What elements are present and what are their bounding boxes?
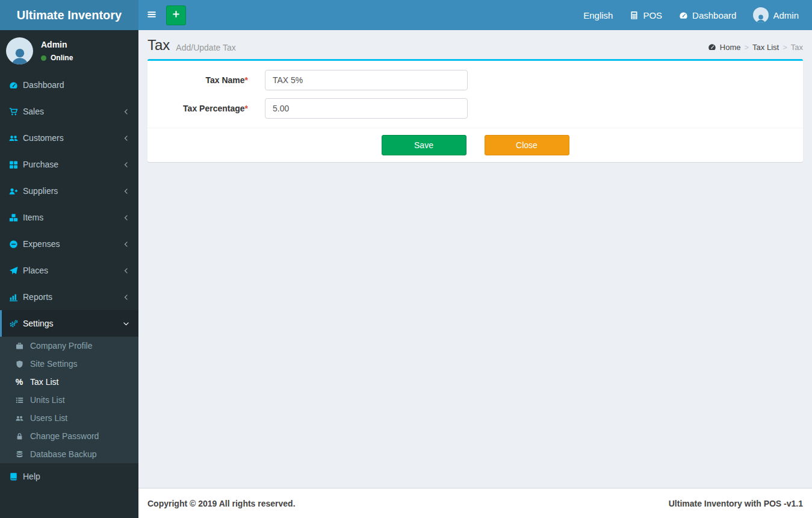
app-root: Ultimate Inventory EnglishPOSDashboardAd… bbox=[0, 0, 812, 518]
sidebar-item-settings[interactable]: Settings bbox=[0, 310, 138, 337]
users-icon bbox=[9, 134, 23, 143]
minus-circle-icon bbox=[9, 240, 23, 249]
chevron-left-icon bbox=[123, 267, 129, 274]
sidebar-item-reports[interactable]: Reports bbox=[0, 284, 138, 310]
chevron-left-icon bbox=[123, 241, 129, 248]
navbar-item-dashboard[interactable]: Dashboard bbox=[671, 0, 745, 30]
copyright-text: Copyright © 2019 All rights reserved. bbox=[147, 499, 296, 508]
bar-chart-icon bbox=[9, 293, 23, 302]
submenu-item-label: Site Settings bbox=[30, 359, 78, 369]
sidebar-item-help[interactable]: Help bbox=[0, 463, 138, 490]
sidebar-submenu-settings: Company ProfileSite Settings%Tax ListUni… bbox=[0, 337, 138, 463]
submenu-item-label: Units List bbox=[30, 395, 65, 405]
breadcrumb-home[interactable]: Home bbox=[720, 43, 741, 52]
tachometer-icon bbox=[9, 81, 23, 90]
submenu-item-company-profile[interactable]: Company Profile bbox=[0, 337, 138, 355]
book-icon bbox=[9, 472, 23, 481]
submenu-item-label: Database Backup bbox=[30, 449, 97, 459]
navbar-item-pos[interactable]: POS bbox=[621, 0, 671, 30]
add-button[interactable] bbox=[166, 5, 186, 25]
breadcrumb: Home>Tax List>Tax bbox=[708, 43, 803, 52]
page-title: Tax bbox=[147, 37, 170, 54]
navbar-item-label: Dashboard bbox=[692, 10, 736, 20]
chevron-left-icon bbox=[123, 294, 129, 301]
app-logo[interactable]: Ultimate Inventory bbox=[0, 0, 138, 30]
content-header: Tax Add/Update Tax Home>Tax List>Tax bbox=[138, 30, 812, 59]
shield-icon bbox=[14, 360, 25, 368]
save-button[interactable]: Save bbox=[382, 135, 466, 155]
sidebar-item-expenses[interactable]: Expenses bbox=[0, 231, 138, 257]
close-button[interactable]: Close bbox=[485, 135, 569, 155]
page-subtitle: Add/Update Tax bbox=[176, 43, 235, 52]
sidebar: Admin Online DashboardSalesCustomersPurc… bbox=[0, 30, 138, 518]
sidebar-item-label: Expenses bbox=[23, 239, 60, 249]
submenu-item-label: Users List bbox=[30, 413, 67, 423]
user-avatar-icon bbox=[6, 37, 33, 64]
plus-icon bbox=[172, 10, 181, 20]
lock-icon bbox=[14, 432, 25, 440]
tachometer-icon bbox=[708, 43, 716, 51]
submenu-item-tax-list[interactable]: %Tax List bbox=[0, 373, 138, 391]
sidebar-item-label: Places bbox=[23, 266, 48, 275]
sidebar-item-label: Sales bbox=[23, 107, 44, 116]
briefcase-icon bbox=[14, 342, 25, 350]
user-status[interactable]: Online bbox=[41, 54, 73, 62]
content-area: Tax Add/Update Tax Home>Tax List>Tax Tax… bbox=[138, 30, 812, 518]
submenu-item-label: Company Profile bbox=[30, 341, 93, 351]
navbar-item-admin[interactable]: Admin bbox=[745, 0, 807, 30]
chevron-left-icon bbox=[123, 188, 129, 195]
tax-percentage-input[interactable] bbox=[265, 98, 468, 119]
tax-percentage-row: Tax Percentage* bbox=[153, 98, 797, 119]
submenu-item-change-password[interactable]: Change Password bbox=[0, 427, 138, 445]
navbar-item-english[interactable]: English bbox=[575, 0, 621, 30]
sidebar-item-label: Suppliers bbox=[23, 186, 58, 196]
submenu-item-label: Change Password bbox=[30, 431, 99, 441]
submenu-item-units-list[interactable]: Units List bbox=[0, 391, 138, 409]
sidebar-toggle-button[interactable] bbox=[138, 0, 165, 30]
cubes-icon bbox=[9, 213, 23, 222]
tax-name-input[interactable] bbox=[265, 70, 468, 90]
page-footer: Copyright © 2019 All rights reserved. Ul… bbox=[138, 488, 812, 518]
grid-icon bbox=[9, 160, 23, 169]
online-status-dot bbox=[41, 55, 46, 61]
breadcrumb-separator: > bbox=[783, 43, 787, 52]
version-text: Ultimate Inventory with POS -v1.1 bbox=[669, 499, 803, 508]
cart-icon bbox=[9, 107, 23, 116]
sidebar-item-label: Reports bbox=[23, 292, 52, 302]
database-icon bbox=[14, 451, 25, 458]
submenu-item-users-list[interactable]: Users List bbox=[0, 409, 138, 427]
sidebar-item-purchase[interactable]: Purchase bbox=[0, 151, 138, 178]
sidebar-item-label: Purchase bbox=[23, 160, 58, 169]
navbar-item-label: POS bbox=[643, 10, 662, 20]
users-icon bbox=[14, 414, 25, 422]
required-marker: * bbox=[245, 104, 248, 113]
user-status-label: Online bbox=[51, 54, 73, 62]
navbar-item-label: Admin bbox=[773, 10, 799, 20]
top-navbar: Ultimate Inventory EnglishPOSDashboardAd… bbox=[0, 0, 812, 30]
sidebar-item-label: Customers bbox=[23, 133, 64, 143]
tax-form: Tax Name*Tax Percentage* bbox=[147, 61, 803, 128]
form-actions: Save Close bbox=[147, 128, 803, 162]
navbar-main: EnglishPOSDashboardAdmin bbox=[138, 0, 812, 30]
sidebar-item-dashboard[interactable]: Dashboard bbox=[0, 72, 138, 98]
navbar-right: EnglishPOSDashboardAdmin bbox=[575, 0, 812, 30]
submenu-item-database-backup[interactable]: Database Backup bbox=[0, 445, 138, 463]
sidebar-item-items[interactable]: Items bbox=[0, 204, 138, 231]
sidebar-item-customers[interactable]: Customers bbox=[0, 125, 138, 151]
sidebar-item-label: Settings bbox=[23, 319, 54, 328]
tachometer-icon bbox=[679, 11, 688, 20]
calculator-icon bbox=[630, 11, 639, 20]
chevron-left-icon bbox=[123, 161, 129, 168]
sidebar-item-sales[interactable]: Sales bbox=[0, 98, 138, 125]
sidebar-item-suppliers[interactable]: Suppliers bbox=[0, 178, 138, 204]
submenu-item-site-settings[interactable]: Site Settings bbox=[0, 355, 138, 373]
sidebar-menu: DashboardSalesCustomersPurchaseSuppliers… bbox=[0, 72, 138, 490]
breadcrumb-tax: Tax bbox=[791, 43, 803, 52]
sidebar-item-places[interactable]: Places bbox=[0, 257, 138, 284]
required-marker: * bbox=[245, 75, 248, 85]
tax-form-box: Tax Name*Tax Percentage* Save Close bbox=[147, 59, 803, 162]
breadcrumb-tax-list[interactable]: Tax List bbox=[752, 43, 779, 52]
chevron-left-icon bbox=[123, 214, 129, 221]
list-icon bbox=[14, 396, 25, 404]
user-avatar-icon bbox=[753, 7, 769, 23]
